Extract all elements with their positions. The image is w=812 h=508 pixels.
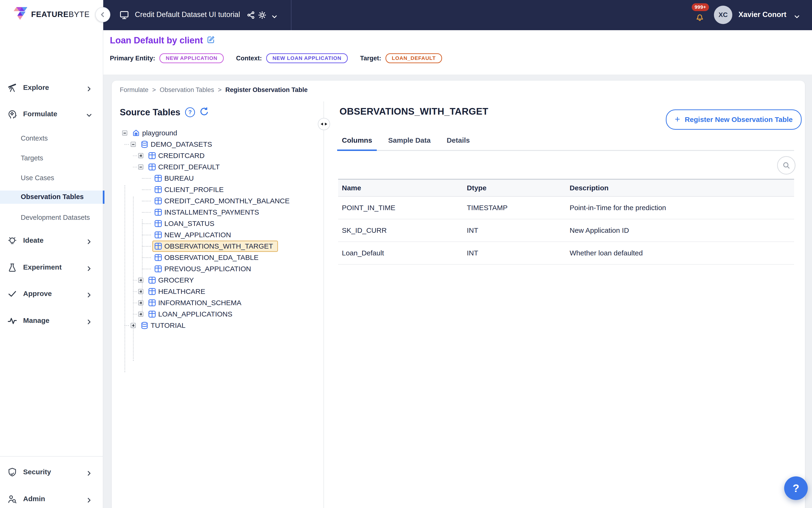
column-header-name: Name (338, 184, 463, 192)
tree-item-observations-with-target[interactable]: OBSERVATIONS_WITH_TARGET (112, 241, 319, 252)
sidebar-item-manage[interactable]: Manage (0, 314, 103, 327)
sidebar-item-security[interactable]: Security (0, 466, 103, 479)
sidebar-item-approve[interactable]: Approve (0, 287, 103, 300)
table-icon (154, 174, 162, 182)
user-name[interactable]: Xavier Conort (738, 10, 786, 19)
tree-item-credit-default[interactable]: CREDIT_DEFAULT (112, 161, 319, 173)
register-new-observation-table-button[interactable]: + Register New Observation Table (666, 110, 802, 130)
help-circle-icon[interactable]: ? (185, 107, 195, 117)
expand-plus-icon[interactable] (138, 153, 143, 158)
chevron-right-icon (86, 265, 92, 270)
sidebar-item-formulate[interactable]: Formulate (0, 108, 103, 121)
breadcrumb: Formulate > Observation Tables > Registe… (120, 86, 308, 94)
breadcrumb-observation-tables[interactable]: Observation Tables (160, 86, 214, 94)
tree-item-grocery[interactable]: GROCERY (112, 274, 319, 286)
workspace-title[interactable]: Credit Default Dataset UI tutorial (135, 10, 240, 19)
tree-item-creditcard[interactable]: CREDITCARD (112, 150, 319, 161)
panel-title: OBSERVATIONS_WITH_TARGET (340, 106, 488, 117)
tab-columns[interactable]: Columns (337, 132, 377, 151)
breadcrumb-formulate[interactable]: Formulate (120, 86, 148, 94)
expand-plus-icon[interactable] (131, 323, 136, 328)
expand-plus-icon[interactable] (138, 311, 143, 317)
workspace-chevron-down-icon[interactable] (272, 13, 277, 18)
sidebar-item-contexts[interactable]: Contexts (0, 133, 103, 143)
search-button[interactable] (777, 156, 796, 174)
tree-item-observation-eda-table[interactable]: OBSERVATION_EDA_TABLE (112, 252, 319, 263)
sidebar-item-observation-tables[interactable]: Observation Tables (0, 190, 104, 204)
column-header-dtype: Dtype (463, 184, 566, 192)
sidebar-item-admin[interactable]: Admin (0, 493, 103, 506)
collapse-minus-icon[interactable] (138, 164, 143, 170)
tree-item-credit-card-monthly-balance[interactable]: CREDIT_CARD_MONTHLY_BALANCE (112, 195, 319, 207)
panel-resize-handle[interactable] (318, 118, 330, 130)
context-label: Context: (236, 55, 262, 62)
gear-icon[interactable] (258, 11, 266, 19)
shield-icon (7, 467, 17, 477)
refresh-icon[interactable] (200, 107, 208, 118)
chevron-right-icon (86, 238, 92, 243)
share-icon[interactable] (247, 11, 255, 19)
tab-details[interactable]: Details (442, 132, 475, 151)
sidebar-item-ideate[interactable]: Ideate (0, 234, 103, 247)
columns-table: Name Dtype Description POINT_IN_TIME TIM… (338, 179, 794, 265)
table-icon (154, 243, 162, 250)
tree-item-previous-application[interactable]: PREVIOUS_APPLICATION (112, 263, 319, 274)
pulse-icon (7, 316, 17, 326)
table-header-row: Name Dtype Description (338, 179, 794, 197)
breadcrumb-separator: > (152, 86, 156, 94)
notification-badge[interactable]: 999+ (692, 3, 709, 11)
tree-item-tutorial[interactable]: TUTORIAL (112, 320, 319, 331)
user-menu-chevron-down-icon[interactable] (794, 13, 800, 18)
tree-item-installments-payments[interactable]: INSTALLMENTS_PAYMENTS (112, 207, 319, 218)
bell-icon[interactable] (695, 12, 705, 22)
page-title: Loan Default by client (110, 35, 203, 45)
panel-tabs: Columns Sample Data Details (337, 132, 794, 151)
primary-entity-pill[interactable]: NEW APPLICATION (160, 53, 224, 63)
tree-item-information-schema[interactable]: INFORMATION_SCHEMA (112, 297, 319, 308)
table-icon (148, 310, 156, 318)
search-icon (782, 162, 790, 169)
help-button[interactable]: ? (784, 476, 808, 500)
source-tables-header: Source Tables ? (120, 107, 208, 118)
edit-pencil-icon[interactable] (207, 36, 215, 45)
chevron-down-icon (86, 111, 92, 117)
tree-item-client-profile[interactable]: CLIENT_PROFILE (112, 184, 319, 195)
chevron-right-icon (86, 318, 92, 324)
tree-item-demo-datasets[interactable]: DEMO_DATASETS (112, 139, 319, 150)
table-icon (154, 265, 162, 272)
tab-sample-data[interactable]: Sample Data (384, 132, 435, 151)
table-icon (154, 231, 162, 239)
table-row[interactable]: SK_ID_CURR INT New Application ID (338, 219, 794, 242)
sidebar-item-targets[interactable]: Targets (0, 153, 103, 163)
tree-item-healthcare[interactable]: HEALTHCARE (112, 286, 319, 297)
context-pill[interactable]: NEW LOAN APPLICATION (266, 53, 348, 63)
sidebar-item-explore[interactable]: Explore (0, 81, 103, 94)
collapse-minus-icon[interactable] (122, 130, 127, 136)
tree-item-playground[interactable]: playground (112, 127, 319, 139)
tree-item-bureau[interactable]: BUREAU (112, 173, 319, 184)
resize-arrows-icon (321, 122, 327, 126)
tree-item-loan-status[interactable]: LOAN_STATUS (112, 218, 319, 229)
expand-plus-icon[interactable] (138, 278, 143, 283)
target-pill[interactable]: LOAN_DEFAULT (386, 53, 442, 63)
table-icon (154, 254, 162, 261)
tree-item-new-application[interactable]: NEW_APPLICATION (112, 229, 319, 241)
sidebar-collapse-button[interactable] (95, 7, 110, 22)
tree-item-loan-applications[interactable]: LOAN_APPLICATIONS (112, 308, 319, 320)
table-row[interactable]: POINT_IN_TIME TIMESTAMP Point-in-Time fo… (338, 197, 794, 219)
table-row[interactable]: Loan_Default INT Whether loan defaulted (338, 242, 794, 265)
avatar[interactable]: XC (714, 6, 732, 24)
collapse-minus-icon[interactable] (131, 142, 136, 147)
sidebar-item-development-datasets[interactable]: Development Datasets (0, 212, 103, 223)
head-gear-icon (7, 110, 17, 119)
table-icon (148, 288, 156, 295)
main-card: Formulate > Observation Tables > Registe… (112, 81, 805, 508)
expand-plus-icon[interactable] (138, 300, 143, 305)
page-header: Loan Default by client Primary Entity: N… (103, 30, 812, 75)
flask-icon (7, 263, 17, 272)
topbar-divider (291, 0, 291, 30)
target-label: Target: (360, 55, 381, 62)
sidebar-item-experiment[interactable]: Experiment (0, 261, 103, 274)
expand-plus-icon[interactable] (138, 289, 143, 294)
sidebar-item-use-cases[interactable]: Use Cases (0, 173, 103, 183)
